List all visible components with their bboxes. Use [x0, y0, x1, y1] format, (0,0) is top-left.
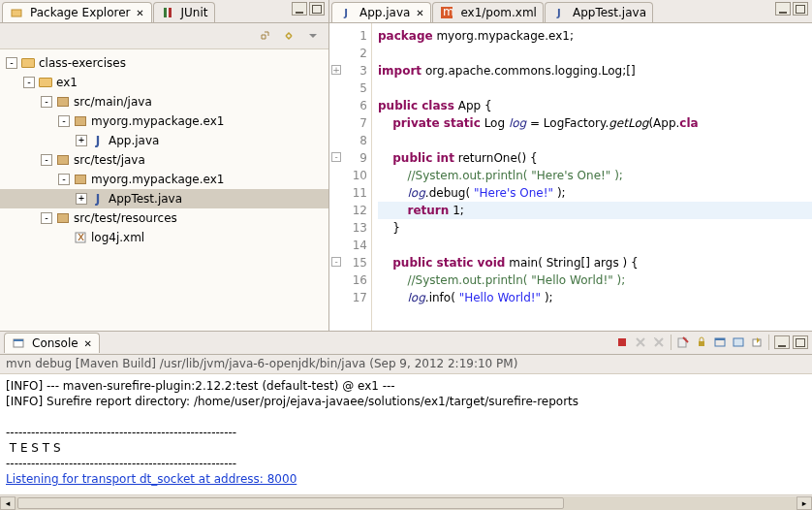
- maximize-icon[interactable]: [793, 335, 808, 349]
- code-line[interactable]: log.debug( "Here's One!" );: [378, 184, 812, 202]
- tab-label: JUnit: [181, 6, 208, 19]
- clear-console-icon[interactable]: [674, 334, 692, 351]
- tree-item[interactable]: -ex1: [0, 73, 328, 92]
- pin-console-icon[interactable]: [711, 334, 729, 351]
- project-tree[interactable]: -class-exercises-ex1-src/main/java-myorg…: [0, 48, 328, 331]
- console-toolbar: [613, 334, 808, 351]
- tree-item[interactable]: +JApp.java: [0, 131, 328, 150]
- tree-item[interactable]: -class-exercises: [0, 53, 328, 73]
- remove-all-icon[interactable]: [650, 334, 668, 351]
- console-line: [6, 409, 806, 425]
- collapse-icon[interactable]: -: [23, 77, 35, 88]
- tree-item[interactable]: -myorg.mypackage.ex1: [0, 112, 328, 131]
- fold-icon[interactable]: +: [331, 65, 341, 75]
- debug-listen-link[interactable]: Listening for transport dt_socket at add…: [6, 472, 297, 486]
- console-icon: [11, 336, 26, 350]
- display-console-icon[interactable]: [730, 334, 747, 351]
- collapse-icon[interactable]: -: [41, 96, 52, 108]
- xml-file-icon: x: [73, 231, 88, 244]
- fold-icon[interactable]: -: [331, 257, 341, 267]
- tree-item[interactable]: -myorg.mypackage.ex1: [0, 170, 328, 189]
- tab-junit[interactable]: JUnit: [153, 2, 215, 22]
- code-line[interactable]: private static Log log = LogFactory.getL…: [378, 114, 812, 132]
- scroll-lock-icon[interactable]: [693, 334, 710, 351]
- remove-launch-icon[interactable]: [632, 334, 649, 351]
- code-line[interactable]: package myorg.mypackage.ex1;: [378, 27, 812, 45]
- tree-item[interactable]: xlog4j.xml: [0, 228, 328, 247]
- collapse-icon[interactable]: -: [6, 57, 17, 69]
- scroll-right-icon[interactable]: ▸: [796, 496, 812, 510]
- code-line[interactable]: //System.out.println( "Here's One!" );: [378, 167, 812, 184]
- open-console-icon[interactable]: [748, 334, 765, 351]
- tab-label: AppTest.java: [573, 6, 646, 19]
- close-icon[interactable]: ✕: [136, 8, 145, 17]
- editor-tab-app[interactable]: J App.java ✕: [331, 2, 431, 22]
- code-line[interactable]: public class App {: [378, 97, 812, 114]
- java-file-icon: J: [338, 6, 354, 19]
- console-line: T E S T S: [6, 440, 806, 456]
- tree-item-label: src/main/java: [74, 95, 152, 109]
- editor-tab-apptest[interactable]: J AppTest.java: [545, 2, 653, 22]
- svg-rect-14: [734, 338, 743, 346]
- tree-item[interactable]: -src/test/resources: [0, 208, 328, 228]
- svg-rect-8: [14, 339, 23, 341]
- view-menu-icon[interactable]: [303, 26, 323, 46]
- tab-label: Console: [32, 336, 78, 350]
- tab-package-explorer[interactable]: Package Explorer ✕: [2, 2, 152, 22]
- package-icon: [55, 211, 71, 225]
- code-editor[interactable]: 123+56789-101112131415-1617 package myor…: [329, 23, 812, 331]
- collapse-icon[interactable]: -: [41, 212, 52, 224]
- tree-item-label: myorg.mypackage.ex1: [91, 114, 224, 128]
- tab-label: ex1/pom.xml: [460, 6, 537, 19]
- tab-label: Package Explorer: [30, 6, 131, 19]
- code-line[interactable]: public static void main( String[] args )…: [378, 254, 812, 271]
- code-line[interactable]: //System.out.println( "Hello World!" );: [378, 271, 812, 289]
- tree-item-label: src/test/java: [74, 153, 145, 167]
- link-editor-icon[interactable]: [280, 26, 299, 46]
- code-line[interactable]: [378, 132, 812, 149]
- horizontal-scrollbar[interactable]: ◂ ▸: [0, 494, 812, 510]
- collapse-icon[interactable]: -: [41, 154, 52, 166]
- maximize-icon[interactable]: [309, 2, 325, 16]
- expand-icon[interactable]: +: [76, 135, 87, 146]
- terminate-icon[interactable]: [613, 334, 631, 351]
- junit-icon: [160, 6, 175, 19]
- code-line[interactable]: return 1;: [378, 202, 812, 219]
- collapse-all-icon[interactable]: [257, 26, 276, 46]
- line-gutter: 123+56789-101112131415-1617: [329, 23, 372, 331]
- code-area[interactable]: package myorg.mypackage.ex1; import org.…: [372, 23, 812, 331]
- minimize-icon[interactable]: [774, 335, 790, 349]
- tab-console[interactable]: Console ✕: [4, 333, 100, 353]
- code-line[interactable]: log.info( "Hello World!" );: [378, 289, 812, 306]
- scroll-thumb[interactable]: [17, 497, 564, 509]
- separator: [671, 335, 671, 350]
- code-line[interactable]: [378, 237, 812, 254]
- tree-item[interactable]: -src/test/java: [0, 150, 328, 170]
- console-launch-info: mvn debug [Maven Build] /usr/lib/jvm/jav…: [0, 355, 812, 374]
- code-line[interactable]: import org.apache.commons.logging.Log;[]: [378, 62, 812, 80]
- close-icon[interactable]: ✕: [415, 8, 424, 17]
- expand-icon[interactable]: +: [76, 193, 87, 205]
- scroll-left-icon[interactable]: ◂: [0, 496, 16, 510]
- scroll-track[interactable]: [16, 496, 796, 510]
- tree-item[interactable]: -src/main/java: [0, 92, 328, 112]
- folder-icon: [20, 56, 36, 70]
- folder-icon: [38, 76, 53, 89]
- fold-icon[interactable]: -: [331, 152, 341, 162]
- collapse-icon[interactable]: -: [58, 115, 70, 127]
- java-file-icon: J: [551, 6, 567, 19]
- tree-item-label: App.java: [109, 134, 159, 147]
- minimize-icon[interactable]: [292, 2, 307, 16]
- editor-tab-pom[interactable]: m ex1/pom.xml: [432, 2, 544, 22]
- collapse-icon[interactable]: -: [58, 174, 70, 185]
- close-icon[interactable]: ✕: [83, 338, 93, 348]
- svg-rect-9: [618, 338, 626, 346]
- code-line[interactable]: public int returnOne() {: [378, 149, 812, 167]
- tree-item[interactable]: +JAppTest.java: [0, 189, 328, 208]
- code-line[interactable]: }: [378, 219, 812, 237]
- console-output[interactable]: [INFO] --- maven-surefire-plugin:2.12.2:…: [0, 374, 812, 494]
- maximize-icon[interactable]: [793, 2, 808, 16]
- code-line[interactable]: [378, 45, 812, 62]
- code-line[interactable]: [378, 80, 812, 97]
- minimize-icon[interactable]: [775, 2, 791, 16]
